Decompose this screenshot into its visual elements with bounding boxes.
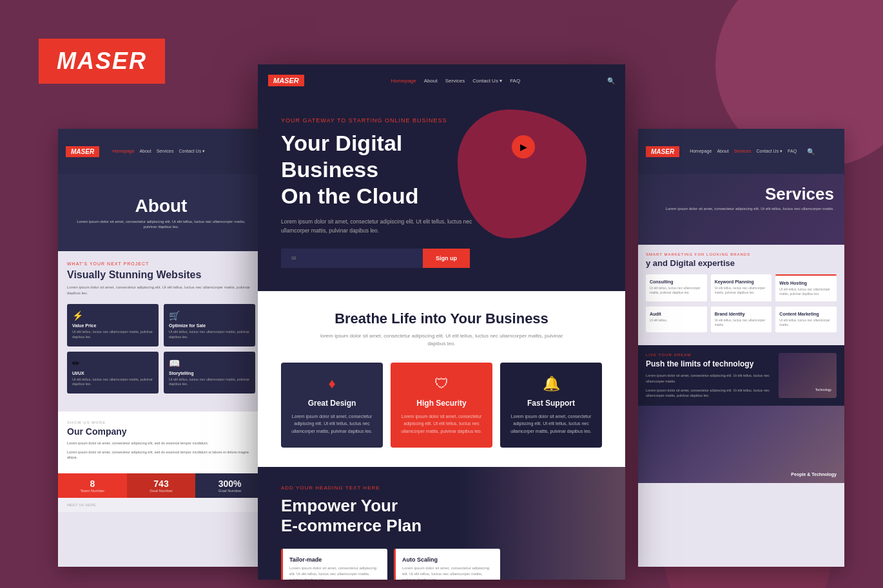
- card-support-title: Fast Support: [509, 399, 593, 408]
- service-consulting: Consulting Ut elit tellus, luctus nec ul…: [646, 274, 707, 301]
- service-content-desc: Ut elit tellus, luctus nec ullamcorper m…: [779, 318, 833, 327]
- home-nav-homepage[interactable]: Homepage: [391, 78, 416, 84]
- company-title: Our Company: [67, 426, 255, 437]
- push-limits-content: LIVE YOUR DREAM Push the limits of techn…: [646, 353, 772, 399]
- empower-section: ADD YOUR HEADING TEXT HERE Empower YourE…: [258, 467, 625, 580]
- optimize-icon: 🛒: [169, 310, 250, 321]
- services-hero-desc: Lorem ipsum dolor sit amet, consectetur …: [666, 206, 834, 211]
- services-nav-faq[interactable]: FAQ: [788, 149, 797, 154]
- home-nav-services[interactable]: Services: [445, 78, 465, 84]
- empower-title: Empower YourE-commerce Plan: [281, 496, 461, 536]
- push-desc: Lorem ipsum dolor sit amet, consectetur …: [646, 373, 772, 384]
- empower-tailor-title: Tailor-made: [289, 556, 381, 563]
- services-section-title: y and Digital expertise: [646, 258, 837, 269]
- meet-row: MEET US HERE: [58, 498, 264, 512]
- feature-optimize: 🛒 Optimize for Sale Ut elit tellus, luct…: [164, 304, 255, 346]
- stat-team-label: Team Number: [62, 489, 123, 493]
- home-nav-about[interactable]: About: [424, 78, 438, 84]
- service-consulting-desc: Ut elit tellus, luctus nec ullamcorper m…: [650, 286, 703, 295]
- hero-signup-button[interactable]: Sign up: [423, 249, 470, 268]
- storytelling-icon: 📖: [169, 358, 250, 368]
- services-hero-title: Services: [666, 184, 834, 204]
- push-image-caption: Technology: [815, 388, 831, 392]
- home-nav-faq[interactable]: FAQ: [510, 78, 520, 84]
- feature-title-2: Optimize for Sale: [169, 323, 250, 328]
- empower-tailor-desc: Lorem ipsum dolor sit amet, consectetur …: [289, 565, 381, 580]
- meet-label: MEET US HERE: [67, 503, 255, 507]
- stat-goal1-label: Goal Number: [131, 489, 192, 493]
- services-cards-grid-2: Audit Ut elit tellus. Brand Identity Ut …: [646, 307, 837, 332]
- feature-desc-2: Ut elit tellus, luctus nec ullamcorper m…: [169, 330, 250, 339]
- about-hero: About Lorem ipsum dolor sit amet, consec…: [58, 174, 264, 251]
- fast-support-icon: 🔔: [509, 375, 593, 392]
- services-search-icon[interactable]: 🔍: [807, 148, 815, 155]
- services-section-label: SMART MARKETING FOR LOOKING BRANDS: [646, 252, 837, 256]
- services-nav-home[interactable]: Homepage: [690, 149, 712, 154]
- services-bottom-area: People & Technology: [638, 406, 844, 483]
- home-logo: MASER: [268, 75, 304, 86]
- card-design-title: Great Design: [290, 399, 374, 408]
- breathe-title: Breathe Life into Your Business: [281, 310, 602, 327]
- services-main-section: SMART MARKETING FOR LOOKING BRANDS y and…: [638, 245, 844, 345]
- card-support-desc: Lorem ipsum dolor sit amet, consectetur …: [509, 413, 593, 435]
- stat-goal1-number: 743: [131, 479, 192, 489]
- push-title: Push the limits of technology: [646, 359, 772, 370]
- empower-scaling-title: Auto Scaling: [402, 556, 494, 563]
- features-grid: ⚡ Value Price Ut elit tellus, luctus nec…: [67, 304, 255, 394]
- card-fast-support: 🔔 Fast Support Lorem ipsum dolor sit ame…: [500, 363, 602, 448]
- about-section-desc: Lorem ipsum dolor sit amet, consectetur …: [67, 285, 255, 296]
- push-desc2: Lorem ipsum dolor sit amet, consectetur …: [646, 388, 772, 399]
- breathe-desc: lorem ipsum dolor sit amet, consectetur …: [319, 332, 564, 349]
- stats-bar: 8 Team Number 743 Goal Number 300% Goal …: [58, 473, 264, 498]
- service-content-title: Content Marketing: [779, 312, 833, 316]
- about-nav-about[interactable]: About: [139, 149, 151, 154]
- service-brand: Brand Identity Ut elit tellus, luctus ne…: [711, 307, 772, 332]
- service-audit-title: Audit: [650, 312, 703, 316]
- service-keyword-title: Keyword Planning: [715, 280, 768, 284]
- hero-circle: ▶: [512, 135, 535, 158]
- hero-desc: Lorem ipsum dolor sit amet, consectetur …: [281, 218, 487, 235]
- empower-scaling-desc: Lorem ipsum dolor sit amet, consectetur …: [402, 565, 494, 580]
- feature-title-4: Storytelling: [169, 371, 250, 375]
- services-header: MASER Homepage About Services Contact Us…: [638, 129, 844, 174]
- feature-desc-4: Ut elit tellus, luctus nec ullamcorper m…: [169, 377, 250, 387]
- services-hero: Services Lorem ipsum dolor sit amet, con…: [638, 174, 844, 245]
- stat-goal1: 743 Goal Number: [127, 473, 196, 498]
- service-hosting: Web Hosting Ut elit tellus, luctus nec u…: [775, 274, 837, 301]
- services-logo: MASER: [646, 146, 679, 157]
- service-audit: Audit Ut elit tellus.: [646, 307, 707, 332]
- stat-goal2-number: 300%: [199, 479, 260, 489]
- service-brand-title: Brand Identity: [715, 312, 768, 316]
- services-nav-services[interactable]: Services: [734, 149, 752, 154]
- main-logo: MASER: [39, 39, 165, 84]
- services-nav: Homepage About Services Contact Us ▾ FAQ: [690, 149, 797, 154]
- hero-email-input[interactable]: [281, 249, 423, 268]
- service-brand-desc: Ut elit tellus, luctus nec ullamcorper m…: [715, 318, 768, 327]
- about-hero-desc: Lorem ipsum dolor sit amet, consectetur …: [58, 219, 264, 230]
- card-security-title: High Security: [400, 399, 483, 408]
- home-hero: ▶ YOUR GATEWAY TO STARTING ONLINE BUSINE…: [258, 97, 625, 291]
- feature-desc-3: Ut elit tellus, luctus nec ullamcorper m…: [72, 377, 153, 387]
- services-nav-about[interactable]: About: [717, 149, 728, 154]
- services-hero-content: Services Lorem ipsum dolor sit amet, con…: [666, 184, 834, 211]
- about-nav-homepage[interactable]: Homepage: [112, 149, 134, 154]
- home-nav: Homepage About Services Contact Us ▾ FAQ: [317, 78, 594, 84]
- stat-team-number: 8: [62, 479, 123, 489]
- company-desc2: Lorem ipsum dolor sit amet, consectetur …: [67, 450, 255, 460]
- value-price-icon: ⚡: [72, 310, 153, 321]
- card-design-desc: Lorem ipsum dolor sit amet, consectetur …: [290, 413, 374, 435]
- about-nav-contact[interactable]: Contact Us ▾: [179, 149, 206, 154]
- company-label: SHOW US MORE: [67, 421, 255, 424]
- services-nav-contact[interactable]: Contact Us ▾: [757, 149, 783, 154]
- empower-cards-grid: Tailor-made Lorem ipsum dolor sit amet, …: [281, 549, 500, 580]
- great-design-icon: ♦: [290, 375, 374, 392]
- empower-label: ADD YOUR HEADING TEXT HERE: [281, 485, 602, 491]
- about-nav-services[interactable]: Services: [157, 149, 174, 154]
- feature-title-3: UI/UX: [72, 371, 153, 375]
- service-hosting-desc: Ut elit tellus, luctus nec ullamcorper m…: [779, 287, 833, 296]
- feature-desc-1: Ut elit tellus, luctus nec ullamcorper m…: [72, 330, 153, 339]
- service-consulting-title: Consulting: [650, 280, 703, 284]
- home-search-icon[interactable]: 🔍: [607, 77, 615, 84]
- home-nav-contact[interactable]: Contact Us ▾: [472, 78, 502, 84]
- about-section-title: Visually Stunning Websites: [67, 269, 255, 281]
